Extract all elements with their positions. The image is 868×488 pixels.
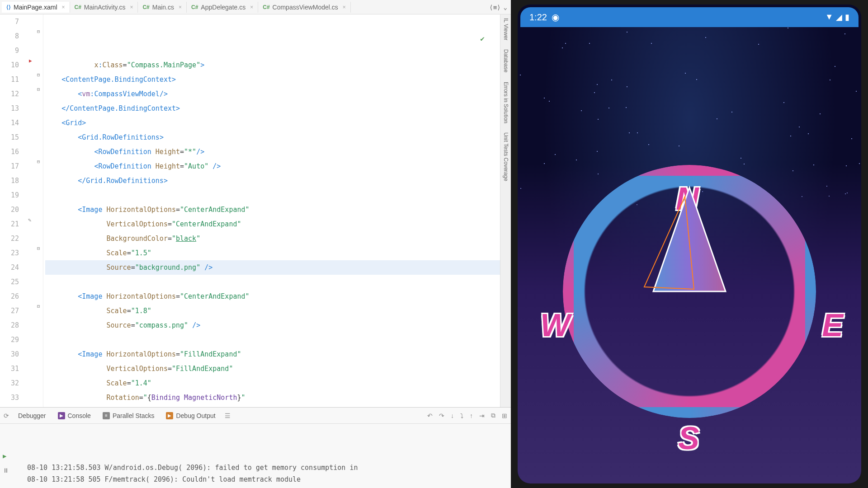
tab-debugger[interactable]: Debugger <box>15 410 49 421</box>
parallel-icon: ≡ <box>103 412 110 419</box>
debug-tab-bar: ⟳ Debugger ▶ Console ≡ Parallel Stacks ▶… <box>0 408 511 424</box>
code-editor[interactable]: ✔ x:Class="Compass.MainPage"> <ContentPa… <box>43 14 500 407</box>
code-line-29[interactable]: Scale="1.4" <box>45 376 500 390</box>
chevron-down-icon[interactable]: ⌄ <box>504 4 507 11</box>
tab-label: Main.cs <box>152 4 174 11</box>
tab-CompassViewModel-cs[interactable]: C#CompassViewModel.cs× <box>258 2 351 13</box>
console-output[interactable]: ▶ ⏸ 08-10 13:21:58.503 W/android.os.Debu… <box>0 424 511 488</box>
tool-window-errors-in-solution[interactable]: Errors in Solution <box>501 82 510 123</box>
fold-toggle-icon[interactable]: ⊟ <box>37 29 40 34</box>
code-line-11[interactable]: <Grid> <box>45 116 500 130</box>
close-icon[interactable]: × <box>179 4 182 10</box>
close-icon[interactable]: × <box>130 4 133 10</box>
code-line-28[interactable]: VerticalOptions="FillAndExpand" <box>45 361 500 376</box>
file-type-icon: C# <box>263 4 269 10</box>
tab-console[interactable]: ▶ Console <box>55 410 94 421</box>
editor-pane: ⟨⟩MainPage.xaml×C#MainActivity.cs×C#Main… <box>0 0 511 488</box>
tab-AppDelegate-cs[interactable]: C#AppDelegate.cs× <box>187 2 258 13</box>
code-line-23[interactable]: <Image HorizontalOptions="CenterAndExpan… <box>45 289 500 304</box>
step-out-icon[interactable]: ↑ <box>470 412 473 419</box>
tab-label: MainActivity.cs <box>84 4 126 11</box>
code-line-20[interactable]: Scale="1.5" <box>45 246 500 260</box>
tab-debug-output[interactable]: ▶ Debug Output <box>163 410 218 421</box>
code-line-19[interactable]: BackgroundColor="black" <box>45 231 500 246</box>
tab-debugout-label: Debug Output <box>176 412 215 419</box>
fold-toggle-icon[interactable]: ⊟ <box>37 304 40 309</box>
run-to-cursor-icon[interactable]: ⇥ <box>479 412 485 419</box>
code-line-25[interactable]: Source="compass.png" /> <box>45 318 500 333</box>
code-line-8[interactable]: <ContentPage.BindingContext> <box>45 72 500 87</box>
tab-parallel-stacks[interactable]: ≡ Parallel Stacks <box>100 410 157 421</box>
console-line: 08-10 13:21:58.503 W/android.os.Debug( 2… <box>27 462 493 474</box>
tool-window-il-viewer[interactable]: IL Viewer <box>501 18 510 40</box>
code-line-13[interactable]: <RowDefinition Height="*"/> <box>45 145 500 159</box>
emulator-status-bar: 1:22 ◉ ▼ ◢ ▮ <box>520 7 859 27</box>
code-line-9[interactable]: <vm:CompassViewModel/> <box>45 87 500 101</box>
fold-toggle-icon[interactable]: ⊟ <box>37 159 40 164</box>
settings-icon[interactable]: ⊞ <box>502 412 507 419</box>
code-line-21[interactable]: Source="background.png" /> <box>45 260 500 275</box>
file-type-icon: C# <box>191 4 198 10</box>
signal-icon: ◢ <box>836 12 842 22</box>
step-back-icon[interactable]: ↶ <box>427 412 433 419</box>
evaluate-icon[interactable]: ⧉ <box>491 412 495 419</box>
code-line-30[interactable]: Rotation="{Binding MagneticNorth}" <box>45 390 500 405</box>
compass-south-label: S <box>678 420 699 456</box>
close-icon[interactable]: × <box>343 4 346 10</box>
code-line-24[interactable]: Scale="1.8" <box>45 304 500 318</box>
breakpoint-marker[interactable]: ▶ <box>29 58 32 64</box>
code-line-14[interactable]: <RowDefinition Height="Auto" /> <box>45 159 500 174</box>
tab-Main-cs[interactable]: C#Main.cs× <box>138 2 187 13</box>
tab-bar: ⟨⟩MainPage.xaml×C#MainActivity.cs×C#Main… <box>0 0 511 14</box>
step-into-icon[interactable]: ↓ <box>451 412 454 419</box>
console-icon: ▶ <box>58 412 65 419</box>
code-line-7[interactable]: x:Class="Compass.MainPage"> <box>45 58 500 72</box>
step-over-icon[interactable]: ⤵ <box>460 412 463 419</box>
inspection-ok-icon[interactable]: ✔ <box>480 32 485 46</box>
code-line-31[interactable]: Source="needle.png" /> <box>45 405 500 407</box>
step-over-back-icon[interactable]: ↷ <box>439 412 444 419</box>
debug-panel: ⟳ Debugger ▶ Console ≡ Parallel Stacks ▶… <box>0 407 511 488</box>
tool-window-unit-tests-coverage[interactable]: Unit Tests Coverage <box>501 132 510 181</box>
code-line-17[interactable]: <Image HorizontalOptions="CenterAndExpan… <box>45 202 500 217</box>
fold-toggle-icon[interactable]: ⊟ <box>37 87 40 92</box>
pause-icon[interactable]: ⏸ <box>3 465 9 476</box>
file-type-icon: C# <box>142 4 149 10</box>
compass-west-label: W <box>540 307 570 343</box>
code-line-18[interactable]: VerticalOptions="CenterAndExpand" <box>45 217 500 231</box>
wifi-icon: ▼ <box>825 12 833 22</box>
close-icon[interactable]: × <box>250 4 253 10</box>
debug-output-icon: ▶ <box>166 412 173 419</box>
fold-toggle-icon[interactable]: ⊟ <box>37 246 40 251</box>
tab-MainActivity-cs[interactable]: C#MainActivity.cs× <box>70 2 138 13</box>
tab-MainPage-xaml[interactable]: ⟨⟩MainPage.xaml× <box>2 2 70 13</box>
code-line-12[interactable]: <Grid.RowDefinitions> <box>45 130 500 145</box>
compass-east-label: E <box>822 307 843 343</box>
tab-label: AppDelegate.cs <box>201 4 245 11</box>
resume-icon[interactable]: ▶ <box>3 450 9 462</box>
battery-icon: ▮ <box>845 12 849 22</box>
restart-icon[interactable]: ⟳ <box>4 412 9 419</box>
fold-gutter[interactable]: ⊟⊟⊟⊟⊟⊟ <box>36 14 43 407</box>
file-type-icon: C# <box>75 4 81 10</box>
tab-group-icon[interactable]: ⟨≡⟩ <box>489 4 500 11</box>
close-icon[interactable]: × <box>62 4 65 10</box>
code-line-16[interactable] <box>45 188 500 202</box>
tab-console-label: Console <box>68 412 91 419</box>
tool-window-database[interactable]: Database <box>501 49 510 72</box>
code-line-27[interactable]: <Image HorizontalOptions="FillAndExpand" <box>45 347 500 361</box>
breakpoint-gutter[interactable]: ▶✎ <box>27 14 36 407</box>
tab-parallel-label: Parallel Stacks <box>113 412 155 419</box>
code-line-22[interactable] <box>45 275 500 289</box>
code-line-10[interactable]: </ContentPage.BindingContext> <box>45 101 500 116</box>
console-line: 08-10 13:21:58 505 F/memtrack( 2096): Co… <box>27 474 493 485</box>
code-line-26[interactable] <box>45 333 500 347</box>
tab-debugger-label: Debugger <box>18 412 46 419</box>
code-line-15[interactable]: </Grid.RowDefinitions> <box>45 174 500 188</box>
fold-toggle-icon[interactable]: ⊟ <box>37 72 40 77</box>
tab-label: MainPage.xaml <box>14 4 57 11</box>
tab-label: CompassViewModel.cs <box>273 4 338 11</box>
layout-icon[interactable]: ☰ <box>225 412 231 419</box>
emulator-screen[interactable]: N E S W <box>518 27 861 483</box>
android-emulator[interactable]: 1:22 ◉ ▼ ◢ ▮ N E S W <box>518 5 861 483</box>
